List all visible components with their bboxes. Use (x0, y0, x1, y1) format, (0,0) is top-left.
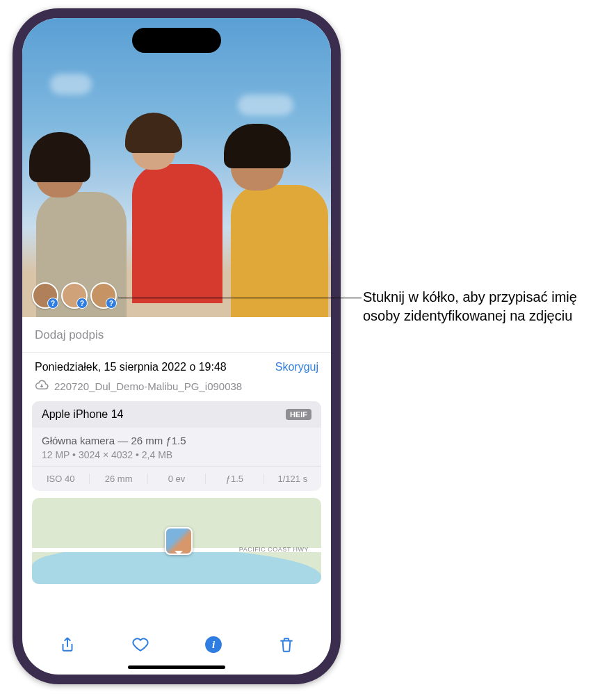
question-badge-icon: ? (76, 298, 88, 309)
detected-faces-row: ? ? ? (32, 282, 117, 309)
favorite-button[interactable] (124, 631, 157, 659)
share-button[interactable] (51, 631, 84, 659)
exif-row: ISO 40 26 mm 0 ev ƒ1.5 1/121 s (32, 466, 321, 491)
exif-aperture: ƒ1.5 (206, 474, 264, 484)
format-badge: HEIF (286, 409, 311, 420)
face-thumbnail[interactable]: ? (32, 282, 58, 309)
exif-shutter: 1/121 s (264, 474, 321, 484)
question-badge-icon: ? (106, 298, 117, 309)
map-road-label: PACIFIC COAST HWY (239, 546, 309, 553)
device-name: Apple iPhone 14 (42, 408, 123, 421)
photo-datetime: Poniedziałek, 15 sierpnia 2022 o 19:48 (35, 361, 227, 373)
photo-preview[interactable]: ? ? ? (22, 18, 331, 317)
photo-specs-label: 12 MP • 3024 × 4032 • 2,4 MB (42, 449, 311, 460)
callout-text: Stuknij w kółko, aby przypisać imię osob… (363, 288, 606, 325)
exif-ev: 0 ev (148, 474, 206, 484)
home-indicator[interactable] (128, 665, 225, 669)
cloud-download-icon (35, 379, 49, 393)
info-button[interactable]: i (197, 631, 230, 659)
bottom-toolbar: i (22, 622, 331, 661)
filename-label: 220720_Dul_Demo-Malibu_PG_i090038 (54, 380, 242, 392)
caption-input[interactable]: Dodaj podpis (22, 317, 331, 353)
phone-frame: ? ? ? Dodaj podpis Poniedziałek, 15 sier… (13, 8, 341, 684)
face-thumbnail[interactable]: ? (61, 282, 88, 309)
question-badge-icon: ? (47, 298, 58, 309)
photo-subject (231, 131, 328, 317)
camera-lens-label: Główna kamera — 26 mm ƒ1.5 (42, 435, 311, 446)
photo-subject (132, 118, 222, 303)
location-map[interactable]: PACIFIC COAST HWY (32, 498, 321, 584)
exif-focal: 26 mm (90, 474, 147, 484)
camera-info-card[interactable]: Apple iPhone 14 HEIF Główna kamera — 26 … (32, 401, 321, 491)
dynamic-island (132, 28, 221, 53)
map-photo-pin[interactable] (165, 527, 193, 555)
exif-iso: ISO 40 (32, 474, 90, 484)
delete-button[interactable] (270, 631, 303, 659)
callout-leader-line (118, 298, 362, 298)
adjust-button[interactable]: Skoryguj (275, 361, 318, 373)
phone-screen: ? ? ? Dodaj podpis Poniedziałek, 15 sier… (22, 18, 331, 675)
face-thumbnail[interactable]: ? (90, 282, 117, 309)
